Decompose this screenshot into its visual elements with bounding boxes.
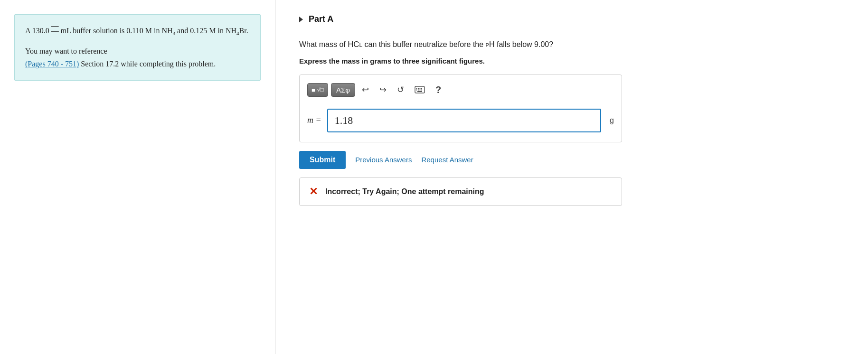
reference-link[interactable]: (Pages 740 - 751) <box>25 60 79 68</box>
input-label: m = <box>307 115 321 125</box>
previous-answers-button[interactable]: Previous Answers <box>355 156 412 164</box>
question-instruction: Express the mass in grams to three signi… <box>299 57 844 65</box>
svg-rect-6 <box>418 90 419 91</box>
svg-rect-4 <box>421 88 422 89</box>
undo-button[interactable]: ↩ <box>358 83 373 97</box>
svg-rect-7 <box>419 90 420 91</box>
problem-statement: A 130.0 — mL buffer solution is 0.110 M … <box>25 24 250 38</box>
error-icon: ✕ <box>309 186 318 198</box>
request-answer-button[interactable]: Request Answer <box>421 156 473 164</box>
svg-rect-3 <box>419 88 420 89</box>
submit-button[interactable]: Submit <box>299 151 346 169</box>
svg-rect-2 <box>418 88 419 89</box>
help-button[interactable]: ? <box>432 83 445 97</box>
svg-rect-5 <box>416 90 417 91</box>
error-text: Incorrect; Try Again; One attempt remain… <box>325 187 484 196</box>
redo-button[interactable]: ↪ <box>376 83 390 97</box>
unit-label: g <box>610 116 614 125</box>
greek-symbols-button[interactable]: ΑΣφ <box>331 83 355 97</box>
error-box: ✕ Incorrect; Try Again; One attempt rema… <box>299 177 622 206</box>
part-title: Part A <box>309 14 333 24</box>
svg-rect-8 <box>421 90 422 91</box>
problem-box: A 130.0 — mL buffer solution is 0.110 M … <box>14 14 261 81</box>
collapse-icon[interactable] <box>299 17 303 22</box>
action-row: Submit Previous Answers Request Answer <box>299 151 844 169</box>
svg-rect-9 <box>417 91 422 92</box>
reference-text: You may want to reference (Pages 740 - 7… <box>25 45 250 70</box>
left-panel: A 130.0 — mL buffer solution is 0.110 M … <box>0 0 275 354</box>
input-row: m = g <box>307 109 614 132</box>
toolbar: ■ √□ ΑΣφ ↩ ↪ ↺ <box>307 83 614 102</box>
svg-rect-1 <box>416 88 417 89</box>
keyboard-button[interactable] <box>411 84 429 95</box>
answer-input[interactable] <box>327 109 601 132</box>
part-header: Part A <box>299 14 844 24</box>
reset-button[interactable]: ↺ <box>393 83 408 97</box>
answer-box: ■ √□ ΑΣφ ↩ ↪ ↺ <box>299 75 622 142</box>
question-text: What mass of HCl can this buffer neutral… <box>299 38 844 51</box>
math-editor-button[interactable]: ■ √□ <box>307 83 328 97</box>
right-panel: Part A What mass of HCl can this buffer … <box>275 0 868 354</box>
